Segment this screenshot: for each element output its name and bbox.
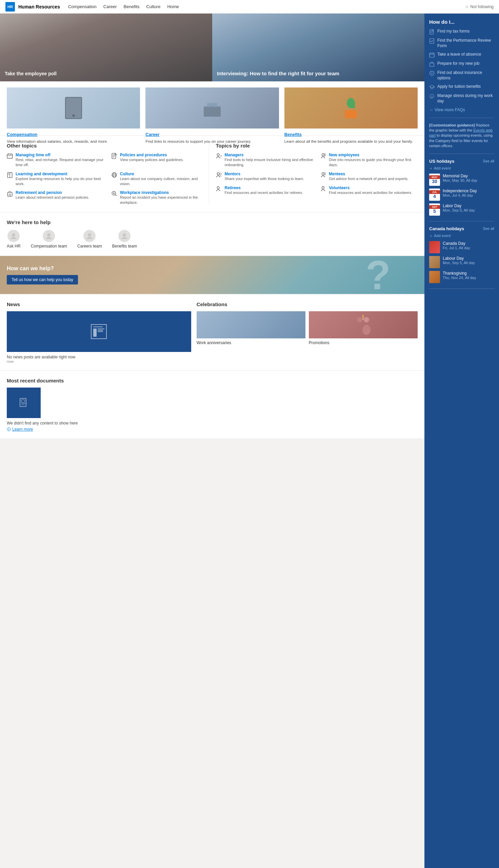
- svg-rect-56: [430, 39, 434, 44]
- topic-retirees: Retirees Find resources and recent activ…: [216, 185, 314, 195]
- nav-culture[interactable]: Culture: [146, 4, 161, 9]
- topic-managers-text: Managers Find tools to help ensure inclu…: [225, 152, 314, 168]
- retirement-icon: [7, 191, 13, 197]
- benefits-team-name[interactable]: Benefits team: [112, 244, 137, 248]
- compensation-card: Compensation View information about sala…: [7, 87, 140, 129]
- labor-day-name: Labor Day: [443, 204, 494, 208]
- book-icon: [7, 172, 13, 178]
- top-navigation: HR Human Resources Compensation Career B…: [0, 0, 499, 14]
- news-title: News: [7, 302, 191, 307]
- ask-hr-name[interactable]: Ask HR: [7, 244, 21, 248]
- canada-day-item: Canada Day Fri, Jul 1, All day: [429, 241, 494, 253]
- faq-tuition[interactable]: Apply for tuition benefits: [429, 84, 494, 90]
- canada-day-date: Fri, Jul 1, All day: [443, 246, 494, 250]
- topic-workplace: Workplace investigations Report an incid…: [111, 190, 209, 205]
- faq-new-job[interactable]: Prepare for my new job: [429, 61, 494, 67]
- us-holidays-title: US holidays: [429, 159, 454, 164]
- compensation-team-person: Compensation team: [31, 230, 67, 248]
- compensation-card-title[interactable]: Compensation: [7, 132, 140, 137]
- arrow-icon: →: [429, 108, 433, 112]
- ask-hr-person: Ask HR: [7, 230, 21, 248]
- faq-performance-review-text: Find the Performance Review Form: [437, 38, 494, 48]
- career-card-title[interactable]: Career: [145, 132, 279, 137]
- hr-logo: HR: [5, 2, 15, 12]
- career-icon: [202, 100, 222, 117]
- promotions-card[interactable]: Promotions: [309, 311, 418, 345]
- thanksgiving-img-badge: [429, 271, 440, 283]
- topic-learning-text: Learning and development Explore learnin…: [16, 172, 105, 186]
- topic-workplace-text: Workplace investigations Report an incid…: [120, 190, 209, 205]
- career-card-image: [145, 87, 279, 129]
- svg-rect-19: [9, 194, 11, 197]
- canada-day-img-badge: [429, 241, 440, 253]
- leave-icon: [429, 52, 435, 58]
- other-topics-title: Other topics: [7, 143, 209, 148]
- view-more-faqs[interactable]: → View more FAQs: [429, 108, 494, 112]
- faq-performance-review[interactable]: Find the Performance Review Form: [429, 38, 494, 48]
- memorial-day-item: MAY 30 Memorial Day Mon, May 30, All day: [429, 174, 494, 186]
- retirees-icon: [216, 186, 222, 192]
- compensation-team-avatar: [43, 230, 55, 242]
- promotions-label: Promotions: [309, 340, 418, 345]
- learn-more-link[interactable]: Learn more: [7, 427, 418, 432]
- faq-leave-absence[interactable]: Take a leave of absence: [429, 52, 494, 58]
- faq-tax-forms[interactable]: Find my tax forms: [429, 29, 494, 35]
- nav-benefits[interactable]: Benefits: [124, 4, 140, 9]
- nav-career[interactable]: Career: [104, 4, 117, 9]
- person-icon: [45, 232, 52, 240]
- news-col: News: [7, 302, 191, 364]
- labor-day-date: Mon, Sep 5, All day: [443, 208, 494, 212]
- compensation-team-name[interactable]: Compensation team: [31, 244, 67, 248]
- us-add-event[interactable]: ＋ Add event: [429, 166, 494, 171]
- work-anniversaries-card[interactable]: Work anniversaries: [197, 311, 305, 345]
- sidebar-divider-2: [429, 154, 494, 154]
- nav-home[interactable]: Home: [167, 4, 179, 9]
- info-icon: [7, 427, 11, 431]
- nav-compensation[interactable]: Compensation: [68, 4, 97, 9]
- news-line-4: [98, 331, 103, 332]
- hero-right-panel[interactable]: Interviewing: How to find the right fit …: [212, 14, 424, 81]
- faq-leave-text: Take a leave of absence: [437, 52, 481, 57]
- topics-by-role-grid: Managers Find tools to help ensure inclu…: [216, 152, 418, 195]
- benefits-card-title[interactable]: Benefits: [284, 132, 418, 137]
- svg-point-42: [362, 325, 370, 335]
- faq-new-job-text: Prepare for my new job: [437, 61, 479, 66]
- celebrations-col: Celebrations Work anniversaries: [197, 302, 418, 364]
- faq-tuition-text: Apply for tuition benefits: [437, 84, 481, 89]
- labor-day-badge: SEP 5: [429, 204, 440, 216]
- tuition-icon: [429, 84, 435, 90]
- person-icon: [86, 232, 93, 240]
- canada-day-name: Canada Day: [443, 241, 494, 246]
- svg-point-33: [217, 186, 219, 189]
- canada-see-all[interactable]: See all: [483, 227, 494, 231]
- help-section-title: We're here to help: [7, 219, 418, 225]
- svg-point-31: [322, 173, 325, 175]
- canada-add-event[interactable]: ＋ Add event: [429, 233, 494, 239]
- events-web-part-link[interactable]: Events web part: [429, 128, 492, 137]
- topic-mentors: Mentors Share your expertise with those …: [216, 172, 314, 181]
- us-see-all[interactable]: See all: [483, 159, 494, 163]
- help-banner-button[interactable]: Tell us how we can help you today: [7, 275, 78, 284]
- faq-stress[interactable]: Manage stress during my work day: [429, 93, 494, 104]
- topics-two-col: Other topics Managing time off: [7, 143, 418, 205]
- benefits-card: Benefits Learn about all the benefits an…: [284, 87, 418, 129]
- hero-left-panel[interactable]: Take the employee poll: [0, 14, 212, 81]
- labour-day-info: Labour Day Mon, Sep 5, All day: [443, 256, 494, 265]
- cards-row: Compensation View information about sala…: [7, 87, 418, 129]
- topic-mentees: Mentees Get advice from a network of pee…: [320, 172, 418, 181]
- topic-retirement: Retirement and pension Learn about retir…: [7, 190, 105, 205]
- topic-managing-time-text: Managing time off Rest, relax, and recha…: [16, 152, 105, 168]
- benefits-card-image: [284, 87, 418, 129]
- plus-icon-canada: ＋: [429, 233, 433, 239]
- independence-day-date: Mon, Jul 4, All day: [443, 193, 494, 197]
- svg-line-21: [115, 195, 116, 196]
- not-following-button[interactable]: ☆ Not following: [465, 4, 494, 9]
- document-placeholder-icon: [19, 398, 29, 408]
- faq-insurance[interactable]: Find out about insurance options: [429, 70, 494, 81]
- careers-team-name[interactable]: Careers team: [77, 244, 102, 248]
- svg-point-28: [325, 154, 326, 155]
- stress-icon: [429, 94, 435, 99]
- how-do-i-title: How do I...: [429, 19, 494, 25]
- news-celebrations-section: News: [0, 295, 424, 370]
- news-line-2: [98, 329, 105, 329]
